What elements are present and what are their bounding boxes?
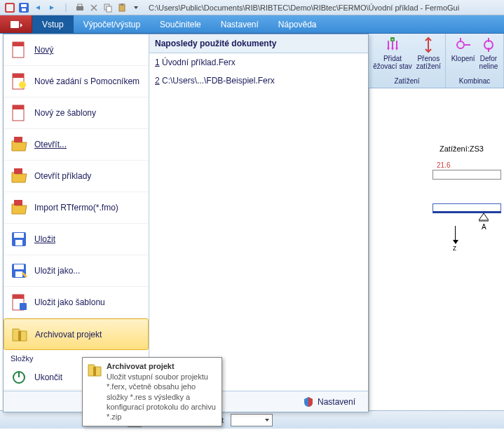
svg-rect-21	[13, 74, 24, 78]
archive-icon	[87, 362, 102, 377]
shield-icon	[303, 396, 314, 408]
svg-rect-30	[15, 240, 22, 245]
menu-import-label: Import RTfermo(*.fmo)	[34, 203, 118, 213]
canvas-load-label: Zatížení:ZS3	[440, 144, 484, 153]
qat-separator-icon	[60, 1, 72, 14]
file-menu-button[interactable]	[0, 15, 32, 33]
menu-import[interactable]: Import RTfermo(*.fmo)	[4, 192, 149, 224]
qat-app-icon[interactable]	[4, 1, 16, 14]
axis-arrow	[455, 226, 456, 241]
svg-rect-4	[22, 8, 26, 11]
ribbon: + Přidat ěžovací stav Přenos zatížení Za…	[369, 34, 504, 88]
menu-vstup[interactable]: Vstup	[32, 15, 74, 33]
canvas-dimension: 21.6	[437, 161, 450, 169]
save-icon	[9, 229, 29, 249]
svg-rect-37	[18, 331, 21, 341]
menu-napoveda[interactable]: Nápověda	[268, 15, 327, 33]
svg-rect-19	[13, 42, 24, 46]
svg-rect-24	[13, 105, 24, 109]
ribbon-deform-button[interactable]: Defor neline	[479, 36, 498, 70]
tooltip: Archivovat projekt Uložit vstupní soubor…	[82, 357, 222, 426]
doc-icon	[9, 292, 29, 312]
menu-new-template[interactable]: Nový ze šablony	[4, 97, 149, 129]
svg-rect-35	[13, 295, 24, 299]
axis-label: z	[453, 244, 456, 252]
ribbon-klopeni-button[interactable]: Klopení	[451, 36, 475, 70]
save-icon[interactable]	[18, 1, 30, 14]
cut-icon[interactable]	[88, 1, 100, 14]
menu-new-template-label: Nový ze šablony	[34, 108, 96, 118]
footer-settings-button[interactable]: Nastavení	[297, 394, 361, 410]
titlebar: C:\Users\Public\Documents\RIB\RIBTEC\Dem…	[0, 0, 504, 15]
svg-rect-40	[93, 367, 96, 376]
menu-save[interactable]: Uložit	[4, 224, 149, 255]
beam-element	[433, 203, 501, 213]
window-title: C:\Users\Public\Documents\RIB\RIBTEC\Dem…	[149, 4, 459, 12]
svg-point-22	[19, 81, 26, 88]
exit-icon	[9, 368, 29, 387]
footer-settings-label: Nastavení	[318, 397, 355, 407]
menu-new-wizard[interactable]: Nové zadání s Pomocníkem	[4, 66, 149, 97]
ribbon-deform-label: Defor neline	[479, 55, 498, 70]
svg-text:+: +	[391, 37, 394, 41]
menu-soucinitele[interactable]: Součinitele	[150, 15, 211, 33]
copy-icon[interactable]	[102, 1, 114, 14]
menu-new[interactable]: Nový	[4, 34, 149, 66]
menu-new-wizard-label: Nové zadání s Pomocníkem	[34, 76, 139, 86]
qat-dropdown-icon[interactable]	[130, 1, 142, 14]
svg-rect-36	[20, 303, 27, 310]
menu-save-label: Uložit	[34, 234, 55, 244]
menu-save-template-label: Uložit jako šablonu	[34, 297, 105, 307]
menu-open-label: Otevřít...	[34, 140, 67, 149]
svg-rect-27	[14, 200, 22, 206]
menu-vypocet[interactable]: Výpočet/výstup	[74, 15, 150, 33]
ribbon-group-kombinac: Kombinac	[459, 76, 490, 86]
folder-open-icon	[9, 135, 29, 154]
svg-rect-26	[14, 168, 22, 174]
svg-rect-32	[14, 264, 24, 269]
doc-icon	[9, 103, 29, 123]
recent-item-2[interactable]: 2 C:\Users\...\FDB-Beispiel.Ferx	[149, 72, 368, 90]
undo-icon[interactable]	[32, 1, 44, 14]
archive-icon	[10, 325, 29, 344]
menu-exit-label: Ukončit	[34, 372, 62, 382]
canvas: Zatížení:ZS3 21.6 A z	[369, 88, 504, 410]
menu-new-label: Nový	[34, 45, 53, 55]
svg-rect-1	[6, 4, 13, 11]
transparency-combo[interactable]	[231, 414, 273, 426]
ribbon-group-zatizeni: Zatížení	[394, 76, 419, 86]
support-label: A	[482, 223, 486, 231]
recent-item-1[interactable]: 1 Úvodní příklad.Ferx	[149, 53, 368, 72]
menubar: Vstup Výpočet/výstup Součinitele Nastave…	[0, 15, 504, 34]
folder-open-icon	[9, 198, 29, 217]
menu-open-examples-label: Otevřít příklady	[34, 171, 91, 181]
print-icon[interactable]	[74, 1, 86, 14]
doc-icon	[9, 40, 29, 60]
ribbon-add-load-label: Přidat ěžovací stav	[373, 55, 412, 70]
menu-save-template[interactable]: Uložit jako šablonu	[4, 287, 149, 318]
svg-rect-9	[107, 6, 111, 12]
menu-nastaveni[interactable]: Nastavení	[211, 15, 268, 33]
statusbar: Průhlednost	[0, 410, 504, 429]
recent-documents: Naposledy použité dokumenty 1 Úvodní pří…	[149, 34, 368, 391]
svg-rect-39	[18, 372, 20, 377]
paste-icon[interactable]	[116, 1, 128, 14]
menu-archive[interactable]: Archivovat projekt	[4, 318, 149, 350]
save-icon	[9, 261, 29, 281]
ribbon-transfer-button[interactable]: Přenos zatížení	[416, 36, 441, 70]
menu-open[interactable]: Otevřít...	[4, 129, 149, 161]
tooltip-title: Archivovat projekt	[107, 362, 216, 370]
svg-rect-3	[21, 4, 27, 7]
menu-open-examples[interactable]: Otevřít příklady	[4, 161, 149, 192]
file-menu-panel: Nový Nové zadání s Pomocníkem Nový ze ša…	[3, 34, 369, 412]
redo-icon[interactable]	[46, 1, 58, 14]
svg-point-16	[457, 41, 464, 48]
menu-save-as[interactable]: Uložit jako...	[4, 255, 149, 287]
svg-rect-13	[11, 21, 19, 28]
svg-rect-11	[121, 4, 123, 6]
file-menu-column: Nový Nové zadání s Pomocníkem Nový ze ša…	[4, 34, 149, 391]
menu-save-as-label: Uložit jako...	[34, 266, 80, 276]
folder-open-icon	[9, 166, 29, 186]
svg-rect-33	[15, 271, 22, 277]
ribbon-add-load-button[interactable]: + Přidat ěžovací stav	[373, 36, 412, 70]
